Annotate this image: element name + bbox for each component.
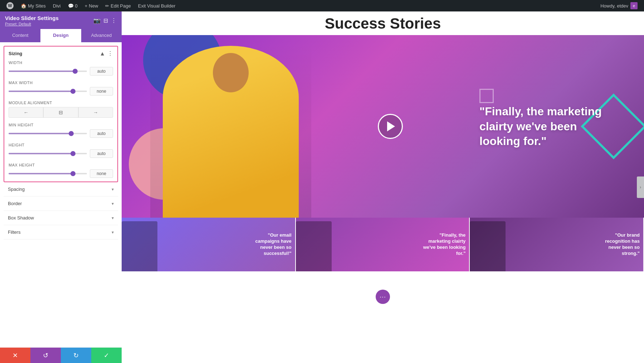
max-height-slider[interactable] bbox=[9, 173, 87, 174]
min-height-slider[interactable] bbox=[9, 133, 87, 134]
camera-icon[interactable]: 📷 bbox=[93, 17, 101, 24]
height-slider[interactable] bbox=[9, 153, 87, 154]
main-layout: Video Slider Settings Preset: Default 📷 … bbox=[0, 11, 644, 363]
undo-button[interactable]: ↺ bbox=[30, 348, 61, 363]
preset-label[interactable]: Preset: Default bbox=[5, 22, 31, 26]
height-field: Height bbox=[4, 141, 117, 161]
comment-icon: 💬 bbox=[68, 3, 74, 9]
save-icon: ✓ bbox=[104, 352, 109, 359]
filters-chevron-icon[interactable]: ▾ bbox=[112, 230, 114, 235]
howdy-label: Howdy, etdev bbox=[600, 3, 628, 9]
comments-item[interactable]: 💬 0 bbox=[64, 0, 81, 11]
thumb-person-3 bbox=[470, 221, 506, 271]
cancel-icon: ✕ bbox=[13, 352, 18, 359]
play-icon bbox=[387, 121, 395, 131]
hero-quote: "Finally, the marketing clairty we've be… bbox=[479, 104, 615, 149]
thumb-item-1[interactable]: "Our email campaigns have never been so … bbox=[122, 218, 296, 271]
divi-label: Divi bbox=[53, 3, 61, 9]
bottom-toolbar: ✕ ↺ ↻ ✓ bbox=[0, 347, 122, 363]
spacing-section: Spacing ▾ bbox=[4, 182, 118, 197]
wp-logo-item[interactable]: W bbox=[3, 0, 17, 11]
new-item[interactable]: + New bbox=[81, 0, 102, 11]
min-height-label: Min Height bbox=[9, 123, 113, 127]
hero-person bbox=[150, 42, 311, 218]
border-header[interactable]: Border ▾ bbox=[4, 197, 118, 210]
max-height-input[interactable] bbox=[90, 169, 113, 178]
thumb-item-3[interactable]: "Our brand recognition has never been so… bbox=[470, 218, 644, 271]
spacing-chevron-icon[interactable]: ▾ bbox=[112, 187, 114, 192]
my-sites-item[interactable]: 🏠 My Sites bbox=[17, 0, 49, 11]
max-width-input[interactable] bbox=[90, 87, 113, 96]
edit-page-label: Edit Page bbox=[111, 3, 131, 9]
height-input[interactable] bbox=[90, 149, 113, 158]
max-width-slider[interactable] bbox=[9, 91, 87, 92]
box-shadow-chevron-icon[interactable]: ▾ bbox=[112, 216, 114, 221]
floating-dots-button[interactable]: ··· bbox=[376, 290, 390, 304]
scroll-handle[interactable]: › bbox=[637, 176, 644, 198]
min-height-input[interactable] bbox=[90, 129, 113, 138]
play-button[interactable] bbox=[378, 114, 403, 139]
panel-title: Video Slider Settings bbox=[5, 15, 59, 21]
more-icon[interactable]: ⋮ bbox=[111, 17, 117, 24]
dots-icon: ··· bbox=[380, 293, 386, 301]
spacing-header[interactable]: Spacing ▾ bbox=[4, 182, 118, 196]
max-width-field: Max Width bbox=[4, 79, 117, 99]
cancel-button[interactable]: ✕ bbox=[0, 348, 30, 363]
thumb-item-2[interactable]: "Finally, the marketing clairty we've be… bbox=[296, 218, 470, 271]
thumb-text-1: "Our email campaigns have never been so … bbox=[245, 232, 292, 257]
panel-header-text: Video Slider Settings Preset: Default bbox=[5, 15, 59, 26]
pencil-icon: ✏ bbox=[105, 3, 109, 9]
undo-icon: ↺ bbox=[43, 352, 48, 359]
tab-design[interactable]: Design bbox=[40, 29, 81, 42]
align-left-button[interactable]: ← bbox=[9, 107, 43, 118]
wp-admin-bar: W 🏠 My Sites Divi 💬 0 + New ✏ Edit Page … bbox=[0, 0, 644, 11]
panel-header: Video Slider Settings Preset: Default 📷 … bbox=[0, 11, 122, 29]
alignment-buttons: ← ⊟ → bbox=[9, 107, 113, 118]
filters-title: Filters bbox=[8, 229, 20, 235]
sizing-title: Sizing bbox=[9, 51, 22, 56]
width-row bbox=[9, 67, 113, 76]
exit-builder-label: Exit Visual Builder bbox=[138, 3, 176, 9]
person-figure bbox=[163, 46, 299, 218]
sizing-header-icons: ▲ ⋮ bbox=[99, 50, 113, 57]
box-shadow-header[interactable]: Box Shadow ▾ bbox=[4, 211, 118, 225]
user-avatar: e bbox=[630, 2, 638, 9]
filters-header[interactable]: Filters ▾ bbox=[4, 225, 118, 239]
redo-button[interactable]: ↻ bbox=[61, 348, 91, 363]
panel-header-icons: 📷 ⊟ ⋮ bbox=[93, 17, 117, 24]
save-button[interactable]: ✓ bbox=[91, 348, 122, 363]
tab-advanced[interactable]: Advanced bbox=[81, 29, 122, 42]
thumb-person-2 bbox=[296, 221, 332, 271]
align-center-button[interactable]: ⊟ bbox=[43, 107, 78, 118]
max-width-label: Max Width bbox=[9, 81, 113, 85]
thumb-strip: "Our email campaigns have never been so … bbox=[122, 218, 644, 271]
border-chevron-icon[interactable]: ▾ bbox=[112, 201, 114, 206]
sizing-more-icon[interactable]: ⋮ bbox=[107, 50, 113, 57]
spacing-title: Spacing bbox=[8, 187, 25, 192]
sizing-header[interactable]: Sizing ▲ ⋮ bbox=[4, 47, 117, 59]
howdy-section: Howdy, etdev e bbox=[597, 2, 641, 9]
scroll-arrow: › bbox=[640, 185, 641, 190]
width-slider[interactable] bbox=[9, 71, 87, 72]
module-alignment-label: Module Alignment bbox=[9, 101, 113, 105]
filters-section: Filters ▾ bbox=[4, 225, 118, 239]
width-input[interactable] bbox=[90, 67, 113, 76]
tab-content[interactable]: Content bbox=[0, 29, 40, 42]
wp-logo-icon: W bbox=[6, 2, 14, 9]
max-width-row bbox=[9, 87, 113, 96]
min-height-row bbox=[9, 129, 113, 138]
edit-page-item[interactable]: ✏ Edit Page bbox=[102, 0, 134, 11]
thumb-text-2: "Finally, the marketing clairty we've be… bbox=[419, 232, 465, 257]
max-height-field: Max Height bbox=[4, 161, 117, 182]
max-height-row bbox=[9, 169, 113, 178]
redo-icon: ↻ bbox=[73, 352, 79, 359]
max-height-label: Max Height bbox=[9, 163, 113, 167]
new-label: New bbox=[89, 3, 98, 9]
sizing-collapse-icon[interactable]: ▲ bbox=[99, 50, 105, 57]
exit-builder-item[interactable]: Exit Visual Builder bbox=[135, 0, 179, 11]
align-right-button[interactable]: → bbox=[78, 107, 113, 118]
my-sites-icon: 🏠 bbox=[21, 3, 26, 9]
layout-icon[interactable]: ⊟ bbox=[103, 17, 108, 24]
hero-slider: "Finally, the marketing clairty we've be… bbox=[122, 35, 644, 218]
divi-item[interactable]: Divi bbox=[49, 0, 64, 11]
